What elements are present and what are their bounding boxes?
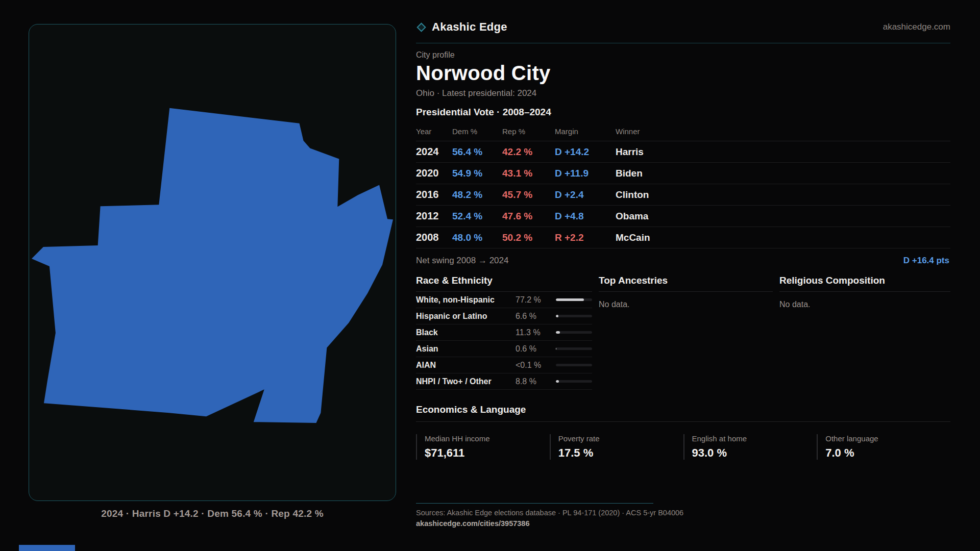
religious-composition-section: Religious Composition No data.	[779, 275, 950, 390]
race-label: Asian	[416, 344, 516, 354]
vote-winner: Harris	[616, 146, 950, 158]
map-fragment-strip	[19, 545, 75, 551]
vote-table: 2024 56.4 % 42.2 % D +14.2 Harris 2020 5…	[416, 141, 950, 248]
economics-heading: Economics & Language	[416, 404, 950, 422]
religious-composition-empty: No data.	[779, 300, 950, 309]
vote-winner: Biden	[616, 168, 950, 179]
vote-margin: D +4.8	[555, 211, 616, 222]
race-bar-track	[556, 347, 592, 350]
vote-rep-share: 43.1 %	[502, 168, 555, 179]
race-bar-track	[556, 380, 592, 383]
economics-stats: Median HH income $71,611 Poverty rate 17…	[416, 434, 950, 460]
vote-dem-share: 48.0 %	[452, 232, 502, 243]
stat-block: Poverty rate 17.5 %	[550, 434, 683, 460]
stat-block: English at home 93.0 %	[683, 434, 817, 460]
race-label: Hispanic or Latino	[416, 312, 516, 321]
vote-dem-share: 56.4 %	[452, 146, 502, 158]
header: Akashic Edge akashicedge.com	[416, 20, 950, 43]
vote-column-header: Rep %	[502, 127, 555, 136]
vote-margin: R +2.2	[555, 232, 616, 243]
footer-permalink-link[interactable]: akashicedge.com/cities/3957386	[416, 519, 683, 528]
vote-rep-share: 50.2 %	[502, 232, 555, 243]
vote-table-header: YearDem %Rep %MarginWinner	[416, 124, 950, 141]
stat-value: $71,611	[425, 446, 550, 460]
brand-name: Akashic Edge	[432, 20, 507, 34]
race-ethnicity-heading: Race & Ethnicity	[416, 275, 592, 292]
race-row: Asian 0.6 %	[416, 341, 592, 357]
race-bar-fill	[556, 315, 558, 317]
vote-column-header: Winner	[616, 127, 950, 136]
race-value: 77.2 %	[516, 295, 556, 305]
map-caption: 2024 · Harris D +14.2 · Dem 56.4 % · Rep…	[29, 508, 396, 519]
diamond-logo-icon	[416, 22, 426, 32]
race-label: NHPI / Two+ / Other	[416, 377, 516, 386]
race-bar-track	[556, 331, 592, 334]
top-ancestries-empty: No data.	[599, 300, 773, 309]
city-map-svg	[29, 24, 396, 500]
race-label: AIAN	[416, 361, 516, 370]
race-bar-track	[556, 298, 592, 301]
race-value: <0.1 %	[516, 361, 556, 370]
vote-rep-share: 47.6 %	[502, 211, 555, 222]
race-bar-fill	[556, 331, 560, 334]
brand-url-link[interactable]: akashicedge.com	[883, 22, 950, 32]
race-value: 11.3 %	[516, 328, 556, 337]
vote-dem-share: 48.2 %	[452, 189, 502, 201]
vote-year: 2020	[416, 167, 452, 179]
vote-table-row: 2012 52.4 % 47.6 % D +4.8 Obama	[416, 206, 950, 227]
race-bar-track	[556, 315, 592, 317]
race-row: Black 11.3 %	[416, 324, 592, 341]
vote-winner: Clinton	[616, 189, 950, 201]
city-boundary-polygon	[32, 108, 393, 423]
race-bar-fill	[556, 380, 559, 383]
stat-label: Poverty rate	[558, 434, 683, 443]
demographics-columns: Race & Ethnicity White, non-Hispanic 77.…	[416, 275, 950, 390]
vote-year: 2016	[416, 189, 452, 201]
vote-table-row: 2024 56.4 % 42.2 % D +14.2 Harris	[416, 141, 950, 163]
stat-label: Median HH income	[425, 434, 550, 443]
race-ethnicity-section: Race & Ethnicity White, non-Hispanic 77.…	[416, 275, 592, 390]
vote-rep-share: 45.7 %	[502, 189, 555, 201]
vote-table-row: 2020 54.9 % 43.1 % D +11.9 Biden	[416, 163, 950, 184]
stat-block: Median HH income $71,611	[416, 434, 550, 460]
stat-label: English at home	[692, 434, 817, 443]
stat-block: Other language 7.0 %	[817, 434, 950, 460]
race-row: AIAN <0.1 %	[416, 357, 592, 373]
race-value: 0.6 %	[516, 344, 556, 354]
race-label: White, non-Hispanic	[416, 295, 516, 305]
vote-margin: D +2.4	[555, 189, 616, 201]
top-ancestries-section: Top Ancestries No data.	[599, 275, 773, 390]
top-ancestries-heading: Top Ancestries	[599, 275, 773, 292]
race-row: White, non-Hispanic 77.2 %	[416, 292, 592, 308]
vote-column-header: Dem %	[452, 127, 502, 136]
vote-table-title: Presidential Vote · 2008–2024	[416, 107, 950, 118]
vote-year: 2008	[416, 232, 452, 243]
stat-label: Other language	[825, 434, 950, 443]
race-bar-track	[556, 364, 592, 366]
stat-value: 17.5 %	[558, 446, 683, 460]
vote-year: 2012	[416, 210, 452, 222]
city-map-panel	[29, 24, 396, 501]
brand: Akashic Edge	[416, 20, 507, 34]
vote-winner: McCain	[616, 232, 950, 243]
vote-winner: Obama	[616, 211, 950, 222]
page-title: Norwood City	[416, 62, 950, 85]
net-swing-value: D +16.4 pts	[903, 256, 949, 266]
vote-dem-share: 52.4 %	[452, 211, 502, 222]
vote-table-row: 2016 48.2 % 45.7 % D +2.4 Clinton	[416, 184, 950, 206]
race-value: 6.6 %	[516, 312, 556, 321]
race-value: 8.8 %	[516, 377, 556, 386]
footer-divider	[416, 503, 653, 504]
vote-rep-share: 42.2 %	[502, 146, 555, 158]
net-swing-row: Net swing 2008 → 2024 D +16.4 pts	[416, 248, 950, 266]
vote-table-row: 2008 48.0 % 50.2 % R +2.2 McCain	[416, 227, 950, 248]
race-row: Hispanic or Latino 6.6 %	[416, 308, 592, 324]
race-label: Black	[416, 328, 516, 337]
profile-content: Akashic Edge akashicedge.com City profil…	[416, 20, 950, 541]
vote-column-header: Year	[416, 127, 452, 136]
race-ethnicity-list: White, non-Hispanic 77.2 % Hispanic or L…	[416, 292, 592, 390]
profile-kicker: City profile	[416, 51, 950, 60]
stat-value: 7.0 %	[825, 446, 950, 460]
race-row: NHPI / Two+ / Other 8.8 %	[416, 373, 592, 390]
vote-margin: D +11.9	[555, 168, 616, 179]
